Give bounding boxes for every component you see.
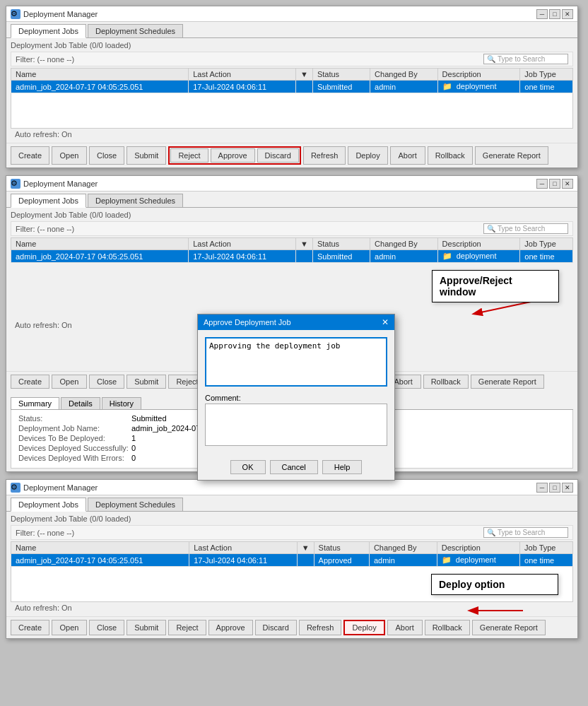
dialog-comment-input[interactable] — [205, 404, 387, 446]
titlebar-3: ⚙ Deployment Manager ─ □ ✕ — [6, 480, 577, 495]
close-button-action-3[interactable]: Close — [89, 620, 124, 635]
window-2: ⚙ Deployment Manager ─ □ ✕ Deployment Jo… — [6, 175, 578, 472]
approve-button-1[interactable]: Approve — [211, 148, 255, 163]
search-box-2[interactable]: 🔍 Type to Search — [483, 223, 568, 234]
rollback-button-3[interactable]: Rollback — [425, 620, 470, 635]
cell-sort-1 — [296, 81, 313, 93]
details-tab-summary[interactable]: Summary — [11, 397, 59, 409]
maximize-button-1[interactable]: □ — [549, 9, 560, 19]
reject-button-3[interactable]: Reject — [168, 620, 206, 635]
minimize-button-2[interactable]: ─ — [536, 179, 548, 189]
details-tab-details[interactable]: Details — [61, 397, 100, 409]
details-label-4: Devices Deployed With Errors: — [18, 454, 131, 462]
cell-status-2: Submitted — [312, 250, 370, 263]
dialog-cancel-button[interactable]: Cancel — [270, 460, 318, 474]
close-button-1[interactable]: ✕ — [562, 9, 573, 19]
create-button-2[interactable]: Create — [11, 375, 49, 389]
refresh-button-1[interactable]: Refresh — [303, 146, 346, 165]
cell-description-1: 📁 deployment — [437, 81, 520, 93]
table-row[interactable]: admin_job_2024-07-17 04:05:25.051 17-Jul… — [11, 554, 573, 567]
minimize-button-1[interactable]: ─ — [536, 9, 548, 19]
app-icon-3: ⚙ — [11, 483, 20, 493]
tab-deployment-schedules-3[interactable]: Deployment Schedules — [88, 498, 183, 511]
annotation-container-3: Deploy option — [11, 567, 572, 601]
folder-icon-2: 📁 — [442, 252, 452, 260]
reject-button-1[interactable]: Reject — [170, 148, 208, 163]
table-header-3: Deployment Job Table (0/0 loaded) — [11, 514, 573, 523]
create-button-1[interactable]: Create — [11, 146, 49, 165]
dialog-titlebar: Approve Deployment Job ✕ — [198, 314, 394, 330]
col-lastaction-3: Last Action — [189, 542, 298, 554]
dialog-content: Approving the deployment job Comment: — [198, 330, 394, 454]
cell-name-2: admin_job_2024-07-17 04:05:25.051 — [11, 250, 189, 263]
open-button-3[interactable]: Open — [52, 620, 87, 635]
col-sort-3: ▼ — [297, 542, 314, 554]
app-icon-1: ⚙ — [11, 9, 20, 19]
discard-button-3[interactable]: Discard — [255, 620, 297, 635]
close-button-action-2[interactable]: Close — [89, 375, 124, 389]
dialog-title: Approve Deployment Job — [204, 318, 291, 326]
details-label-0: Status: — [18, 414, 131, 423]
tab-deployment-schedules-1[interactable]: Deployment Schedules — [88, 24, 183, 37]
open-button-1[interactable]: Open — [52, 146, 87, 165]
search-placeholder-3: Type to Search — [498, 529, 545, 536]
create-button-3[interactable]: Create — [11, 620, 49, 635]
minimize-button-3[interactable]: ─ — [536, 483, 548, 493]
generate-report-button-2[interactable]: Generate Report — [471, 375, 544, 389]
dialog-text-input[interactable]: Approving the deployment job — [205, 337, 387, 387]
table-row[interactable]: admin_job_2024-07-17 04:05:25.051 17-Jul… — [11, 250, 573, 263]
submit-button-1[interactable]: Submit — [127, 146, 166, 165]
content-1: Deployment Job Table (0/0 loaded) Filter… — [6, 38, 577, 143]
generate-report-button-1[interactable]: Generate Report — [475, 146, 548, 165]
rollback-button-1[interactable]: Rollback — [428, 146, 473, 165]
tab-deployment-schedules-2[interactable]: Deployment Schedules — [88, 194, 183, 207]
refresh-button-3[interactable]: Refresh — [299, 620, 342, 635]
abort-button-3[interactable]: Abort — [387, 620, 423, 635]
cell-lastaction-2: 17-Jul-2024 04:06:11 — [189, 250, 296, 263]
cell-jobtype-1: one time — [520, 81, 573, 93]
close-button-action-1[interactable]: Close — [89, 146, 124, 165]
toolbar-row-2: Filter: (-- none --) 🔍 Type to Search — [11, 221, 573, 236]
approve-button-3[interactable]: Approve — [208, 620, 253, 635]
tab-deployment-jobs-3[interactable]: Deployment Jobs — [11, 498, 86, 512]
table-header-row-3: Name Last Action ▼ Status Changed By Des… — [11, 542, 573, 554]
deploy-button-3[interactable]: Deploy — [343, 620, 384, 635]
details-tab-history[interactable]: History — [102, 397, 141, 409]
close-button-3[interactable]: ✕ — [562, 483, 573, 493]
details-label-1: Deployment Job Name: — [18, 424, 131, 433]
cell-lastaction-3: 17-Jul-2024 04:06:11 — [189, 554, 298, 567]
rollback-button-2[interactable]: Rollback — [423, 375, 469, 389]
col-status-1: Status — [312, 69, 370, 81]
table-spacer-1 — [11, 93, 573, 129]
maximize-button-2[interactable]: □ — [549, 179, 560, 189]
submit-button-2[interactable]: Submit — [127, 375, 166, 389]
svg-line-1 — [474, 302, 531, 314]
tab-deployment-jobs-2[interactable]: Deployment Jobs — [11, 194, 86, 208]
search-box-1[interactable]: 🔍 Type to Search — [483, 54, 568, 64]
tab-deployment-jobs-1[interactable]: Deployment Jobs — [11, 24, 86, 38]
highlighted-btn-group-1: Reject Approve Discard — [168, 146, 300, 165]
table-row[interactable]: admin_job_2024-07-17 04:05:25.051 17-Jul… — [11, 81, 573, 93]
discard-button-1[interactable]: Discard — [257, 148, 299, 163]
folder-icon-3: 📁 — [442, 555, 452, 564]
close-button-2[interactable]: ✕ — [562, 179, 573, 189]
dialog-ok-button[interactable]: OK — [230, 460, 266, 474]
toolbar-row-1: Filter: (-- none --) 🔍 Type to Search — [11, 52, 573, 66]
search-box-3[interactable]: 🔍 Type to Search — [483, 527, 568, 538]
tabs-bar-3: Deployment Jobs Deployment Schedules — [6, 495, 577, 512]
annotation-box-2: Approve/Rejectwindow — [432, 270, 559, 302]
search-placeholder-2: Type to Search — [498, 225, 545, 233]
dialog-close-button[interactable]: ✕ — [382, 317, 389, 327]
dialog-help-button[interactable]: Help — [322, 460, 363, 474]
dialog-buttons: OK Cancel Help — [198, 454, 394, 480]
generate-report-button-3[interactable]: Generate Report — [472, 620, 546, 635]
submit-button-3[interactable]: Submit — [127, 620, 166, 635]
titlebar-2: ⚙ Deployment Manager ─ □ ✕ — [6, 176, 577, 192]
dialog-comment-area: Comment: — [205, 394, 387, 447]
deploy-button-1[interactable]: Deploy — [348, 146, 387, 165]
table-spacer-3: Deploy option — [11, 567, 573, 602]
maximize-button-3[interactable]: □ — [549, 483, 560, 493]
open-button-2[interactable]: Open — [52, 375, 87, 389]
abort-button-1[interactable]: Abort — [390, 146, 425, 165]
folder-icon-1: 📁 — [442, 82, 452, 90]
